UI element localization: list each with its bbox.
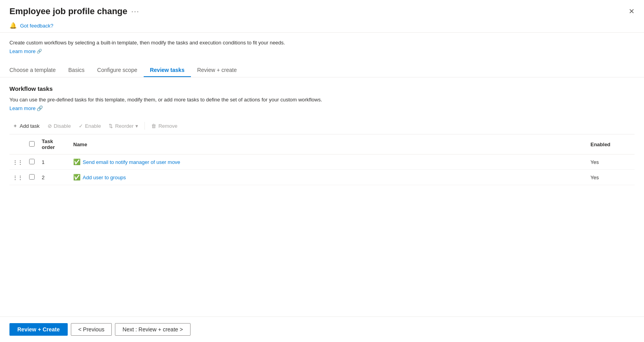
col-header-drag xyxy=(9,134,26,154)
check-circle-icon-1: ✅ xyxy=(73,158,81,165)
feedback-link[interactable]: Got feedback? xyxy=(20,23,54,29)
row-1-order: 1 xyxy=(39,154,70,170)
col-header-name: Name xyxy=(70,134,587,154)
plus-icon: ＋ xyxy=(13,122,18,129)
task-toolbar: ＋ Add task ⊘ Disable ✓ Enable ⇅ Reorder … xyxy=(9,118,635,134)
page-title: Employee job profile change xyxy=(9,6,128,17)
task-table: Task order Name Enabled ⋮⋮ 1 ✅ Send emai… xyxy=(9,134,635,185)
tab-choose-template[interactable]: Choose a template xyxy=(9,64,62,77)
tab-basics[interactable]: Basics xyxy=(62,64,91,77)
footer: Review + Create < Previous Next : Review… xyxy=(0,316,644,342)
external-link-icon: 🔗 xyxy=(37,49,42,54)
check-circle-icon-2: ✅ xyxy=(73,174,81,181)
row-1-name: ✅ Send email to notify manager of user m… xyxy=(70,154,587,170)
table-row: ⋮⋮ 2 ✅ Add user to groups Yes xyxy=(9,170,635,185)
learn-more-link-top[interactable]: Learn more 🔗 xyxy=(9,48,42,54)
select-all-checkbox[interactable] xyxy=(29,141,35,147)
close-button[interactable]: ✕ xyxy=(629,8,635,15)
enable-icon: ✓ xyxy=(79,123,83,129)
row-1-checkbox[interactable] xyxy=(29,159,35,164)
row-1-enabled: Yes xyxy=(587,154,635,170)
remove-button[interactable]: 🗑 Remove xyxy=(148,121,180,131)
tab-configure-scope[interactable]: Configure scope xyxy=(91,64,144,77)
tab-review-tasks[interactable]: Review tasks xyxy=(144,64,191,77)
reorder-button[interactable]: ⇅ Reorder ▾ xyxy=(105,121,141,131)
previous-button[interactable]: < Previous xyxy=(71,323,112,336)
toolbar-separator xyxy=(144,122,145,130)
drag-handle-2[interactable]: ⋮⋮ xyxy=(9,170,26,185)
table-row: ⋮⋮ 1 ✅ Send email to notify manager of u… xyxy=(9,154,635,170)
col-header-enabled: Enabled xyxy=(587,134,635,154)
main-content: Workflow tasks You can use the pre-defin… xyxy=(0,77,644,317)
section-description: You can use the pre-defined tasks for th… xyxy=(9,96,635,104)
review-create-button[interactable]: Review + Create xyxy=(9,323,68,336)
row-2-enabled: Yes xyxy=(587,170,635,185)
description-text: Create custom workflows by selecting a b… xyxy=(9,39,635,47)
add-task-button[interactable]: ＋ Add task xyxy=(9,121,43,131)
enable-button[interactable]: ✓ Enable xyxy=(76,121,104,131)
next-button[interactable]: Next : Review + create > xyxy=(115,323,190,336)
row-2-checkbox[interactable] xyxy=(29,174,35,180)
task-link-2[interactable]: ✅ Add user to groups xyxy=(73,174,126,181)
drag-handle-1[interactable]: ⋮⋮ xyxy=(9,154,26,170)
row-2-order: 2 xyxy=(39,170,70,185)
row-2-name: ✅ Add user to groups xyxy=(70,170,587,185)
external-link-icon-section: 🔗 xyxy=(37,105,43,111)
wizard-tabs: Choose a template Basics Configure scope… xyxy=(0,57,644,77)
row-checkbox-1[interactable] xyxy=(26,154,39,170)
disable-button[interactable]: ⊘ Disable xyxy=(44,121,74,131)
col-header-checkbox xyxy=(26,134,39,154)
disable-icon: ⊘ xyxy=(48,123,52,129)
feedback-bar: 🔔 Got feedback? xyxy=(0,20,644,33)
ellipsis-menu-button[interactable]: ··· xyxy=(131,7,140,16)
feedback-icon: 🔔 xyxy=(9,22,17,29)
tab-review-create[interactable]: Review + create xyxy=(191,64,243,77)
reorder-icon: ⇅ xyxy=(109,123,113,129)
section-title: Workflow tasks xyxy=(9,85,635,92)
task-link-1[interactable]: ✅ Send email to notify manager of user m… xyxy=(73,158,180,165)
learn-more-link-section[interactable]: Learn more 🔗 xyxy=(9,105,43,111)
row-checkbox-2[interactable] xyxy=(26,170,39,185)
description-section: Create custom workflows by selecting a b… xyxy=(0,33,644,54)
chevron-down-icon: ▾ xyxy=(135,123,138,129)
col-header-task-order: Task order xyxy=(39,134,70,154)
trash-icon: 🗑 xyxy=(151,123,156,129)
